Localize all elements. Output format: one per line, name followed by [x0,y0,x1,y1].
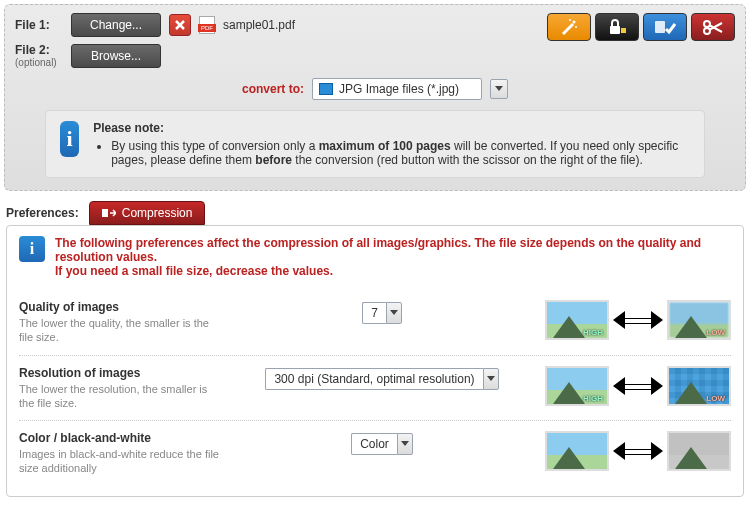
browse-button[interactable]: Browse... [71,44,161,68]
resolution-desc: The lower the resolution, the smaller is… [19,382,219,411]
prefs-warning: i The following preferences affect the c… [19,236,731,278]
color-select[interactable]: Color [351,433,413,455]
svg-rect-4 [621,28,626,33]
scissor-button[interactable] [691,13,735,41]
chevron-down-icon [483,368,499,390]
warn-line-2: If you need a small file size, decrease … [55,264,731,278]
file-1-row: File 1: Change... sample01.pdf [15,13,547,37]
resolution-title: Resolution of images [19,366,219,380]
arrow-bi-icon [615,439,661,463]
note-content: Please note: By using this type of conve… [93,121,690,167]
tab-compression-label: Compression [122,206,193,220]
svg-rect-5 [655,21,665,33]
file-2-optional: (optional) [15,57,63,68]
arrow-bi-icon [615,308,661,332]
info-icon: i [19,236,45,262]
chevron-down-icon [397,433,413,455]
prefs-body: i The following preferences affect the c… [6,225,744,497]
quality-value: 7 [362,302,386,324]
thumb-color [545,431,609,471]
warn-line-1: The following preferences affect the com… [55,236,731,264]
format-value: JPG Image files (*.jpg) [339,82,459,96]
note-box: i Please note: By using this type of con… [45,110,705,178]
format-dropdown-arrow[interactable] [490,79,508,99]
svg-point-2 [569,19,571,21]
thumb-high: HIGH [545,300,609,340]
color-preview [545,431,731,471]
options-button[interactable] [643,13,687,41]
quality-desc: The lower the quality, the smaller is th… [19,316,219,345]
thumb-low: LOW [667,366,731,406]
note-bullet: By using this type of conversion only a … [111,139,690,167]
compression-icon [102,207,116,219]
quality-select[interactable]: 7 [362,302,402,324]
filename: sample01.pdf [223,18,295,32]
magic-wand-icon [559,18,579,36]
chevron-down-icon [495,86,503,92]
jpg-icon [319,83,333,95]
color-value: Color [351,433,397,455]
convert-to-label: convert to: [242,82,304,96]
format-select[interactable]: JPG Image files (*.jpg) [312,78,482,100]
resolution-preview: HIGH LOW [545,366,731,406]
lock-button[interactable] [595,13,639,41]
convert-to-row: convert to: JPG Image files (*.jpg) [15,78,735,100]
chevron-down-icon [386,302,402,324]
svg-rect-3 [610,26,620,34]
tab-compression[interactable]: Compression [89,201,206,225]
prefs-header: Preferences: Compression [6,201,744,225]
arrow-bi-icon [615,374,661,398]
file-panel: File 1: Change... sample01.pdf File 2: (… [4,4,746,191]
file-2-label: File 2: [15,43,63,57]
info-icon: i [60,121,79,157]
lock-icon [607,18,627,36]
svg-point-0 [573,21,576,24]
pref-color: Color / black-and-white Images in black-… [19,421,731,486]
prefs-label: Preferences: [6,206,79,220]
close-icon [174,19,186,31]
thumb-bw [667,431,731,471]
note-title: Please note: [93,121,690,135]
change-button[interactable]: Change... [71,13,161,37]
quality-preview: HIGH LOW [545,300,731,340]
color-title: Color / black-and-white [19,431,219,445]
svg-point-1 [575,26,577,28]
pref-resolution: Resolution of images The lower the resol… [19,356,731,422]
file-1-label: File 1: [15,18,63,32]
color-desc: Images in black-and-white reduce the fil… [19,447,219,476]
options-check-icon [654,19,676,35]
remove-file-button[interactable] [169,14,191,36]
pdf-icon [199,16,215,34]
quality-title: Quality of images [19,300,219,314]
thumb-high: HIGH [545,366,609,406]
pref-quality: Quality of images The lower the quality,… [19,290,731,356]
magic-wand-button[interactable] [547,13,591,41]
scissor-icon [702,19,724,35]
resolution-select[interactable]: 300 dpi (Standard, optimal resolution) [265,368,498,390]
resolution-value: 300 dpi (Standard, optimal resolution) [265,368,482,390]
toolbar [547,13,735,41]
svg-rect-8 [102,209,108,217]
thumb-low: LOW [667,300,731,340]
file-2-row: File 2: (optional) Browse... [15,43,735,68]
